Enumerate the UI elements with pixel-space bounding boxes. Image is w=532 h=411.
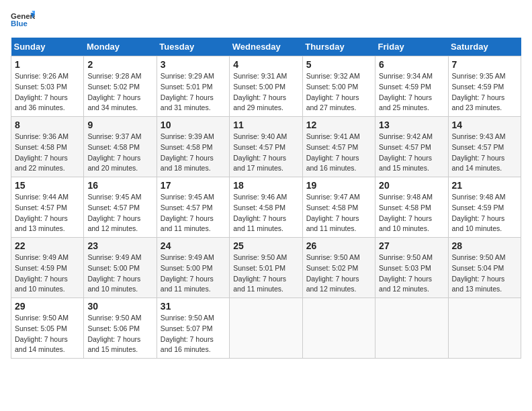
- calendar-cell: 16 Sunrise: 9:45 AMSunset: 4:57 PMDaylig…: [84, 177, 157, 238]
- calendar-week-3: 15 Sunrise: 9:44 AMSunset: 4:57 PMDaylig…: [11, 177, 521, 238]
- calendar-table: SundayMondayTuesdayWednesdayThursdayFrid…: [11, 38, 521, 359]
- calendar-cell: 21 Sunrise: 9:48 AMSunset: 4:59 PMDaylig…: [448, 177, 521, 238]
- day-number: 4: [233, 59, 298, 70]
- day-info: Sunrise: 9:28 AMSunset: 5:02 PMDaylight:…: [87, 71, 152, 113]
- day-header-thursday: Thursday: [302, 38, 375, 56]
- day-number: 14: [452, 120, 517, 130]
- calendar-week-2: 8 Sunrise: 9:36 AMSunset: 4:58 PMDayligh…: [11, 117, 521, 177]
- day-number: 26: [306, 240, 371, 251]
- calendar-cell: 12 Sunrise: 9:41 AMSunset: 4:57 PMDaylig…: [302, 117, 375, 177]
- calendar-cell: 24 Sunrise: 9:49 AMSunset: 5:00 PMDaylig…: [157, 238, 229, 298]
- day-info: Sunrise: 9:34 AMSunset: 4:59 PMDaylight:…: [379, 71, 444, 113]
- calendar-cell: 9 Sunrise: 9:37 AMSunset: 4:58 PMDayligh…: [84, 117, 157, 177]
- day-number: 29: [15, 301, 80, 312]
- day-number: 24: [161, 240, 226, 251]
- calendar-cell: 13 Sunrise: 9:42 AMSunset: 4:57 PMDaylig…: [375, 117, 448, 177]
- day-number: 8: [15, 120, 80, 130]
- day-info: Sunrise: 9:31 AMSunset: 5:00 PMDaylight:…: [233, 71, 298, 113]
- day-info: Sunrise: 9:44 AMSunset: 4:57 PMDaylight:…: [15, 192, 80, 234]
- calendar-cell: 19 Sunrise: 9:47 AMSunset: 4:58 PMDaylig…: [302, 177, 375, 238]
- calendar-cell: 5 Sunrise: 9:32 AMSunset: 5:00 PMDayligh…: [302, 56, 375, 117]
- calendar-body: 1 Sunrise: 9:26 AMSunset: 5:03 PMDayligh…: [11, 56, 521, 359]
- day-number: 15: [15, 180, 80, 191]
- calendar-cell: 8 Sunrise: 9:36 AMSunset: 4:58 PMDayligh…: [11, 117, 84, 177]
- day-info: Sunrise: 9:45 AMSunset: 4:57 PMDaylight:…: [161, 192, 226, 234]
- calendar-week-5: 29 Sunrise: 9:50 AMSunset: 5:05 PMDaylig…: [11, 298, 521, 359]
- calendar-cell: 10 Sunrise: 9:39 AMSunset: 4:58 PMDaylig…: [157, 117, 229, 177]
- calendar-cell: 1 Sunrise: 9:26 AMSunset: 5:03 PMDayligh…: [11, 56, 84, 117]
- day-info: Sunrise: 9:32 AMSunset: 5:00 PMDaylight:…: [306, 71, 371, 113]
- day-info: Sunrise: 9:26 AMSunset: 5:03 PMDaylight:…: [15, 71, 80, 113]
- calendar-cell: 26 Sunrise: 9:50 AMSunset: 5:02 PMDaylig…: [302, 238, 375, 298]
- day-info: Sunrise: 9:50 AMSunset: 5:07 PMDaylight:…: [161, 313, 226, 355]
- day-info: Sunrise: 9:36 AMSunset: 4:58 PMDaylight:…: [15, 132, 80, 174]
- day-number: 2: [87, 59, 152, 70]
- calendar-week-4: 22 Sunrise: 9:49 AMSunset: 4:59 PMDaylig…: [11, 238, 521, 298]
- day-info: Sunrise: 9:49 AMSunset: 4:59 PMDaylight:…: [15, 253, 80, 295]
- day-info: Sunrise: 9:41 AMSunset: 4:57 PMDaylight:…: [306, 132, 371, 174]
- calendar-cell: 28 Sunrise: 9:50 AMSunset: 5:04 PMDaylig…: [448, 238, 521, 298]
- calendar-cell: [448, 298, 521, 359]
- calendar-cell: 18 Sunrise: 9:46 AMSunset: 4:58 PMDaylig…: [230, 177, 302, 238]
- calendar-cell: 20 Sunrise: 9:48 AMSunset: 4:58 PMDaylig…: [375, 177, 448, 238]
- day-number: 25: [233, 240, 298, 251]
- day-info: Sunrise: 9:50 AMSunset: 5:05 PMDaylight:…: [15, 313, 80, 355]
- day-header-tuesday: Tuesday: [157, 38, 229, 56]
- calendar-cell: 3 Sunrise: 9:29 AMSunset: 5:01 PMDayligh…: [157, 56, 229, 117]
- day-number: 3: [161, 59, 226, 70]
- day-number: 11: [233, 120, 298, 130]
- day-info: Sunrise: 9:37 AMSunset: 4:58 PMDaylight:…: [87, 132, 152, 174]
- calendar-cell: 7 Sunrise: 9:35 AMSunset: 4:59 PMDayligh…: [448, 56, 521, 117]
- day-info: Sunrise: 9:50 AMSunset: 5:01 PMDaylight:…: [233, 253, 298, 295]
- calendar-header-row: SundayMondayTuesdayWednesdayThursdayFrid…: [11, 38, 521, 56]
- day-number: 9: [87, 120, 152, 130]
- day-number: 22: [15, 240, 80, 251]
- day-info: Sunrise: 9:50 AMSunset: 5:04 PMDaylight:…: [452, 253, 517, 295]
- day-number: 6: [379, 59, 444, 70]
- calendar-cell: 4 Sunrise: 9:31 AMSunset: 5:00 PMDayligh…: [230, 56, 302, 117]
- day-info: Sunrise: 9:46 AMSunset: 4:58 PMDaylight:…: [233, 192, 298, 234]
- calendar-cell: 15 Sunrise: 9:44 AMSunset: 4:57 PMDaylig…: [11, 177, 84, 238]
- day-number: 5: [306, 59, 371, 70]
- calendar-cell: 23 Sunrise: 9:49 AMSunset: 5:00 PMDaylig…: [84, 238, 157, 298]
- day-header-sunday: Sunday: [11, 38, 84, 56]
- day-info: Sunrise: 9:49 AMSunset: 5:00 PMDaylight:…: [161, 253, 226, 295]
- day-info: Sunrise: 9:50 AMSunset: 5:02 PMDaylight:…: [306, 253, 371, 295]
- day-info: Sunrise: 9:39 AMSunset: 4:58 PMDaylight:…: [161, 132, 226, 174]
- logo-icon: General Blue: [11, 11, 35, 30]
- day-header-monday: Monday: [84, 38, 157, 56]
- calendar-cell: 11 Sunrise: 9:40 AMSunset: 4:57 PMDaylig…: [230, 117, 302, 177]
- day-info: Sunrise: 9:49 AMSunset: 5:00 PMDaylight:…: [87, 253, 152, 295]
- logo: General Blue: [11, 11, 35, 30]
- day-info: Sunrise: 9:45 AMSunset: 4:57 PMDaylight:…: [87, 192, 152, 234]
- day-header-saturday: Saturday: [448, 38, 521, 56]
- day-info: Sunrise: 9:43 AMSunset: 4:57 PMDaylight:…: [452, 132, 517, 174]
- day-number: 20: [379, 180, 444, 191]
- day-number: 31: [161, 301, 226, 312]
- calendar-cell: [302, 298, 375, 359]
- day-number: 18: [233, 180, 298, 191]
- day-number: 27: [379, 240, 444, 251]
- calendar-cell: 31 Sunrise: 9:50 AMSunset: 5:07 PMDaylig…: [157, 298, 229, 359]
- calendar-cell: [375, 298, 448, 359]
- day-info: Sunrise: 9:50 AMSunset: 5:03 PMDaylight:…: [379, 253, 444, 295]
- calendar-cell: 30 Sunrise: 9:50 AMSunset: 5:06 PMDaylig…: [84, 298, 157, 359]
- day-number: 21: [452, 180, 517, 191]
- day-number: 19: [306, 180, 371, 191]
- svg-text:Blue: Blue: [11, 19, 28, 28]
- day-number: 16: [87, 180, 152, 191]
- day-info: Sunrise: 9:42 AMSunset: 4:57 PMDaylight:…: [379, 132, 444, 174]
- calendar-cell: [230, 298, 302, 359]
- day-number: 28: [452, 240, 517, 251]
- calendar-cell: 17 Sunrise: 9:45 AMSunset: 4:57 PMDaylig…: [157, 177, 229, 238]
- calendar-cell: 25 Sunrise: 9:50 AMSunset: 5:01 PMDaylig…: [230, 238, 302, 298]
- calendar-week-1: 1 Sunrise: 9:26 AMSunset: 5:03 PMDayligh…: [11, 56, 521, 117]
- day-number: 7: [452, 59, 517, 70]
- day-info: Sunrise: 9:35 AMSunset: 4:59 PMDaylight:…: [452, 71, 517, 113]
- day-number: 30: [87, 301, 152, 312]
- day-info: Sunrise: 9:40 AMSunset: 4:57 PMDaylight:…: [233, 132, 298, 174]
- day-number: 1: [15, 59, 80, 70]
- calendar-cell: 29 Sunrise: 9:50 AMSunset: 5:05 PMDaylig…: [11, 298, 84, 359]
- day-info: Sunrise: 9:48 AMSunset: 4:59 PMDaylight:…: [452, 192, 517, 234]
- calendar-cell: 6 Sunrise: 9:34 AMSunset: 4:59 PMDayligh…: [375, 56, 448, 117]
